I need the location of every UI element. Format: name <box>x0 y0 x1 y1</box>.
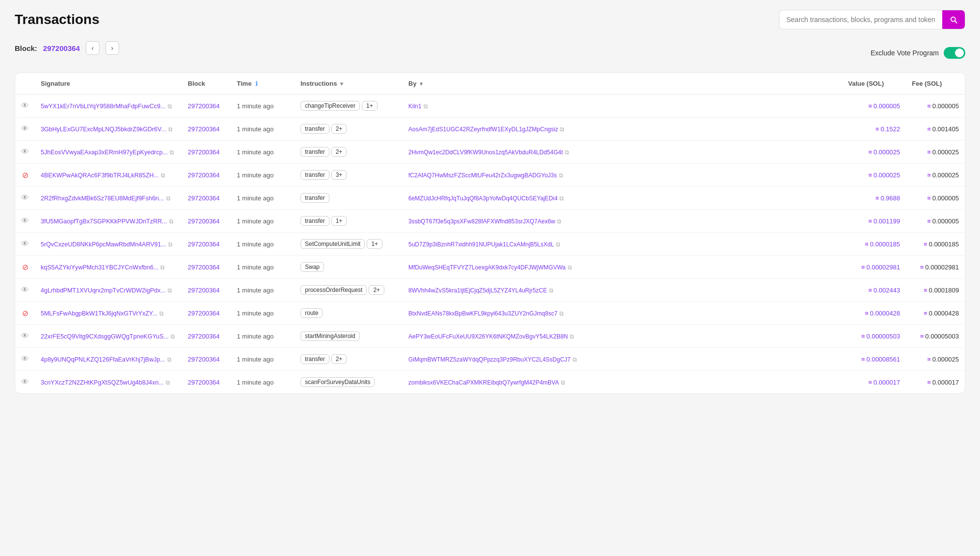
signature-link[interactable]: 3fU5MGaopfTgBx7SGPKKkPPVWJDnTzRR... <box>41 218 167 225</box>
row-fee: ≡0.00005003 <box>906 325 965 348</box>
by-link[interactable]: GiMqmBWTMRZ5zaWYdqQPpzzq3Pz9RbuXYC2L4SsD… <box>408 356 571 363</box>
block-link[interactable]: 297200364 <box>188 379 220 386</box>
time-info-icon[interactable]: ℹ <box>255 80 258 87</box>
signature-link[interactable]: 3cnYXczT2N2ZHtKPgXtSQZ5wUg4b8J4xn... <box>41 379 164 386</box>
row-instructions: startMiningAsteroid <box>295 325 402 348</box>
copy-by-icon[interactable]: ⧉ <box>560 126 564 133</box>
row-instructions: route <box>295 302 402 325</box>
instruction-badge: changeTipReceiver <box>301 101 360 111</box>
block-link[interactable]: 297200364 <box>188 287 220 294</box>
exclude-vote-toggle[interactable] <box>944 47 965 59</box>
copy-signature-icon[interactable]: ⧉ <box>169 218 174 225</box>
by-link[interactable]: 3ssbQT67f3e5q3psXFw828fAFXWfnd853srJXQ7A… <box>408 218 555 225</box>
eye-icon[interactable]: 👁 <box>21 101 29 110</box>
row-time: 1 minute ago <box>231 348 295 371</box>
copy-signature-icon[interactable]: ⧉ <box>160 264 165 271</box>
signature-link[interactable]: 22xrFE5cQ9Vitg9CXdsggGWQgTpneKGYuS... <box>41 333 169 340</box>
block-number-link[interactable]: 297200364 <box>43 44 80 52</box>
eye-icon[interactable]: 👁 <box>21 286 29 294</box>
block-link[interactable]: 297200364 <box>188 148 220 156</box>
signature-link[interactable]: kqS5AZYkiYywPMch31YBCJYCnWxfbn6... <box>41 264 158 271</box>
fee-amount: 0.0000428 <box>929 310 959 317</box>
eye-icon[interactable]: 👁 <box>21 193 29 202</box>
block-link[interactable]: 297200364 <box>188 264 220 271</box>
by-link[interactable]: Kiln1 <box>408 103 422 110</box>
block-link[interactable]: 297200364 <box>188 310 220 317</box>
signature-link[interactable]: 4gLrhbdPMT1XVUqrx2mpTvCrWDW2igPdx... <box>41 287 166 294</box>
copy-by-icon[interactable]: ⧉ <box>565 149 569 156</box>
copy-by-icon[interactable]: ⧉ <box>559 195 564 202</box>
fee-amount: 0.000005 <box>932 102 959 110</box>
search-bar <box>779 10 965 29</box>
copy-by-icon[interactable]: ⧉ <box>549 287 553 294</box>
by-link[interactable]: 5uD7Z9p3iBznhR7xidhh91NUPUjak1LCxAMnjB5L… <box>408 241 554 248</box>
copy-by-icon[interactable]: ⧉ <box>559 172 563 179</box>
eye-icon[interactable]: 👁 <box>21 332 29 340</box>
copy-signature-icon[interactable]: ⧉ <box>166 195 171 202</box>
next-block-button[interactable]: › <box>105 41 119 55</box>
block-link[interactable]: 297200364 <box>188 241 220 248</box>
eye-icon[interactable]: 👁 <box>21 240 29 248</box>
instruction-badge: scanForSurveyDataUnits <box>301 377 375 387</box>
signature-link[interactable]: 5MLFsFwAbgpBkW1TkJ6jqNxGTVrYxZY... <box>41 310 157 317</box>
by-link[interactable]: zombiksx6VKEChaCaPXMKREibqbQ7ywrfgM42P4m… <box>408 379 559 386</box>
row-time: 1 minute ago <box>231 118 295 141</box>
copy-by-icon[interactable]: ⧉ <box>568 264 572 271</box>
copy-signature-icon[interactable]: ⧉ <box>166 379 170 386</box>
fee-amount: 0.00002981 <box>925 264 959 271</box>
block-link[interactable]: 297200364 <box>188 171 220 179</box>
by-link[interactable]: fC2AfAQ7HwMszFZSccMtUFeu42rZx3ugwgBADGYo… <box>408 172 557 179</box>
search-button[interactable] <box>942 10 965 29</box>
search-input[interactable] <box>779 11 942 28</box>
copy-by-icon[interactable]: ⧉ <box>570 333 574 340</box>
copy-signature-icon[interactable]: ⧉ <box>168 126 173 133</box>
by-filter[interactable]: By ▼ <box>408 80 424 87</box>
copy-by-icon[interactable]: ⧉ <box>573 356 577 363</box>
prev-block-button[interactable]: ‹ <box>86 41 100 55</box>
copy-signature-icon[interactable]: ⧉ <box>168 287 172 294</box>
eye-icon[interactable]: 👁 <box>21 217 29 225</box>
row-block: 297200364 <box>182 210 231 233</box>
by-link[interactable]: AosAm7jEdS1UGC42RZeyrfndfW1EXyDL1gJZMpCn… <box>408 126 558 133</box>
eye-icon[interactable]: 👁 <box>21 378 29 386</box>
block-label: Block: <box>15 44 37 52</box>
copy-signature-icon[interactable]: ⧉ <box>171 333 175 340</box>
instructions-filter[interactable]: Instructions ▼ <box>301 80 344 87</box>
copy-by-icon[interactable]: ⧉ <box>561 379 565 386</box>
by-link[interactable]: 8WVhh4wZvS5kra1tjtEjCjqZ5djL5ZYZ4YL4uRjr… <box>408 287 547 294</box>
block-link[interactable]: 297200364 <box>188 356 220 363</box>
signature-link[interactable]: 5rQvCxzeUD8NKkP6pcMawRbdMn4ARV91... <box>41 241 166 248</box>
copy-by-icon[interactable]: ⧉ <box>559 310 564 317</box>
copy-signature-icon[interactable]: ⧉ <box>170 149 174 156</box>
copy-signature-icon[interactable]: ⧉ <box>168 241 173 248</box>
copy-by-icon[interactable]: ⧉ <box>557 218 561 225</box>
eye-icon[interactable]: 👁 <box>21 147 29 156</box>
copy-by-icon[interactable]: ⧉ <box>556 241 560 248</box>
signature-link[interactable]: 3GbHyLExGU7ExcMpLNQJ5bkdrZ9kGDr6V... <box>41 126 166 133</box>
block-link[interactable]: 297200364 <box>188 102 220 110</box>
copy-signature-icon[interactable]: ⧉ <box>161 172 165 179</box>
by-link[interactable]: MfDuWeqSHEqTFVYZ7LoexgAK9dxk7cy4DFJWjWMG… <box>408 264 566 271</box>
signature-link[interactable]: 4BEKWPwAkQRAc6F3f9bTRJ4LkR85ZH... <box>41 172 159 179</box>
signature-link[interactable]: 4p8y9UNQqPNLKZQ126FfaEaVrKhj7jBwJp... <box>41 356 165 363</box>
block-link[interactable]: 297200364 <box>188 333 220 340</box>
copy-by-icon[interactable]: ⧉ <box>424 103 428 110</box>
by-link[interactable]: 6eMZUdJcHRfqJqTuJqQf8A3pYofwDq4QUCbSEYaj… <box>408 195 557 202</box>
eye-icon[interactable]: 👁 <box>21 355 29 363</box>
eye-icon[interactable]: 👁 <box>21 124 29 133</box>
table-row: 👁2R2fRhxgZdvkMBk6Sz78EU8MdEjf9Fsh6n...⧉2… <box>15 187 965 210</box>
block-link[interactable]: 297200364 <box>188 194 220 202</box>
by-link[interactable]: AePY3wEoUFcFuXeUU9X26YK6tNKQMZovBgvY54LK… <box>408 333 568 340</box>
block-link[interactable]: 297200364 <box>188 125 220 133</box>
row-time: 1 minute ago <box>231 302 295 325</box>
signature-link[interactable]: 2R2fRhxgZdvkMBk6Sz78EU8MdEjf9Fsh6n... <box>41 195 164 202</box>
copy-signature-icon[interactable]: ⧉ <box>167 356 172 363</box>
copy-signature-icon[interactable]: ⧉ <box>168 103 172 110</box>
signature-link[interactable]: 5JhEosVVwyaEAxap3xERmH97yEpKyedrcp... <box>41 149 168 156</box>
by-link[interactable]: BtxNvdEANs78kxBpBwKFL9kpyi643u3ZUY2nGJmq… <box>408 310 557 317</box>
value-amount: 0.9688 <box>880 194 900 202</box>
block-link[interactable]: 297200364 <box>188 218 220 225</box>
copy-signature-icon[interactable]: ⧉ <box>159 310 164 317</box>
signature-link[interactable]: 5wYX1kEr7nVbLtYqY9588rMhaFdpFuwCc9... <box>41 103 166 110</box>
by-link[interactable]: 2HvmQw1ec2DdCLV9fKW9Unos1zq5AkVbduR4LDd5… <box>408 149 563 156</box>
